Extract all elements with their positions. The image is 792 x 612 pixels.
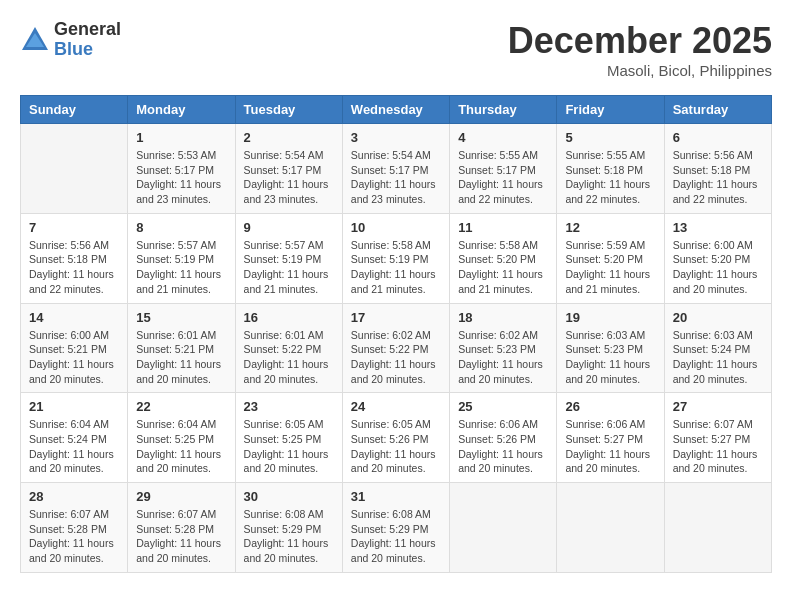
day-info: Sunrise: 6:03 AMSunset: 5:23 PMDaylight:… — [565, 328, 655, 387]
logo-icon — [20, 25, 50, 55]
day-info: Sunrise: 6:05 AMSunset: 5:26 PMDaylight:… — [351, 417, 441, 476]
calendar-cell: 23Sunrise: 6:05 AMSunset: 5:25 PMDayligh… — [235, 393, 342, 483]
calendar-cell: 29Sunrise: 6:07 AMSunset: 5:28 PMDayligh… — [128, 483, 235, 573]
calendar-cell: 22Sunrise: 6:04 AMSunset: 5:25 PMDayligh… — [128, 393, 235, 483]
day-header-thursday: Thursday — [450, 96, 557, 124]
day-info: Sunrise: 6:02 AMSunset: 5:22 PMDaylight:… — [351, 328, 441, 387]
calendar-cell: 9Sunrise: 5:57 AMSunset: 5:19 PMDaylight… — [235, 213, 342, 303]
calendar-cell: 15Sunrise: 6:01 AMSunset: 5:21 PMDayligh… — [128, 303, 235, 393]
calendar-cell — [450, 483, 557, 573]
day-info: Sunrise: 5:56 AMSunset: 5:18 PMDaylight:… — [673, 148, 763, 207]
day-number: 13 — [673, 220, 763, 235]
day-number: 25 — [458, 399, 548, 414]
calendar-cell: 27Sunrise: 6:07 AMSunset: 5:27 PMDayligh… — [664, 393, 771, 483]
calendar-week-3: 14Sunrise: 6:00 AMSunset: 5:21 PMDayligh… — [21, 303, 772, 393]
day-info: Sunrise: 5:57 AMSunset: 5:19 PMDaylight:… — [136, 238, 226, 297]
day-info: Sunrise: 6:06 AMSunset: 5:26 PMDaylight:… — [458, 417, 548, 476]
day-number: 8 — [136, 220, 226, 235]
calendar-table: SundayMondayTuesdayWednesdayThursdayFrid… — [20, 95, 772, 573]
day-number: 20 — [673, 310, 763, 325]
day-header-sunday: Sunday — [21, 96, 128, 124]
day-number: 18 — [458, 310, 548, 325]
day-info: Sunrise: 6:04 AMSunset: 5:25 PMDaylight:… — [136, 417, 226, 476]
calendar-cell: 17Sunrise: 6:02 AMSunset: 5:22 PMDayligh… — [342, 303, 449, 393]
calendar-cell: 14Sunrise: 6:00 AMSunset: 5:21 PMDayligh… — [21, 303, 128, 393]
calendar-cell: 24Sunrise: 6:05 AMSunset: 5:26 PMDayligh… — [342, 393, 449, 483]
calendar-cell: 11Sunrise: 5:58 AMSunset: 5:20 PMDayligh… — [450, 213, 557, 303]
calendar-cell: 31Sunrise: 6:08 AMSunset: 5:29 PMDayligh… — [342, 483, 449, 573]
day-number: 30 — [244, 489, 334, 504]
calendar-cell: 1Sunrise: 5:53 AMSunset: 5:17 PMDaylight… — [128, 124, 235, 214]
title-block: December 2025 Masoli, Bicol, Philippines — [508, 20, 772, 79]
day-number: 9 — [244, 220, 334, 235]
calendar-cell — [664, 483, 771, 573]
day-number: 3 — [351, 130, 441, 145]
day-number: 12 — [565, 220, 655, 235]
day-number: 31 — [351, 489, 441, 504]
day-info: Sunrise: 5:54 AMSunset: 5:17 PMDaylight:… — [351, 148, 441, 207]
day-number: 15 — [136, 310, 226, 325]
calendar-cell — [21, 124, 128, 214]
calendar-cell: 8Sunrise: 5:57 AMSunset: 5:19 PMDaylight… — [128, 213, 235, 303]
calendar-cell — [557, 483, 664, 573]
day-number: 28 — [29, 489, 119, 504]
calendar-cell: 3Sunrise: 5:54 AMSunset: 5:17 PMDaylight… — [342, 124, 449, 214]
day-info: Sunrise: 6:07 AMSunset: 5:27 PMDaylight:… — [673, 417, 763, 476]
calendar-cell: 13Sunrise: 6:00 AMSunset: 5:20 PMDayligh… — [664, 213, 771, 303]
calendar-cell: 21Sunrise: 6:04 AMSunset: 5:24 PMDayligh… — [21, 393, 128, 483]
day-number: 16 — [244, 310, 334, 325]
calendar-cell: 6Sunrise: 5:56 AMSunset: 5:18 PMDaylight… — [664, 124, 771, 214]
day-number: 29 — [136, 489, 226, 504]
day-info: Sunrise: 6:02 AMSunset: 5:23 PMDaylight:… — [458, 328, 548, 387]
calendar-week-4: 21Sunrise: 6:04 AMSunset: 5:24 PMDayligh… — [21, 393, 772, 483]
day-info: Sunrise: 5:58 AMSunset: 5:19 PMDaylight:… — [351, 238, 441, 297]
day-info: Sunrise: 6:08 AMSunset: 5:29 PMDaylight:… — [351, 507, 441, 566]
day-number: 19 — [565, 310, 655, 325]
day-number: 26 — [565, 399, 655, 414]
location-subtitle: Masoli, Bicol, Philippines — [508, 62, 772, 79]
day-header-saturday: Saturday — [664, 96, 771, 124]
day-info: Sunrise: 5:58 AMSunset: 5:20 PMDaylight:… — [458, 238, 548, 297]
day-number: 27 — [673, 399, 763, 414]
calendar-cell: 19Sunrise: 6:03 AMSunset: 5:23 PMDayligh… — [557, 303, 664, 393]
day-info: Sunrise: 5:59 AMSunset: 5:20 PMDaylight:… — [565, 238, 655, 297]
day-info: Sunrise: 6:01 AMSunset: 5:22 PMDaylight:… — [244, 328, 334, 387]
day-number: 24 — [351, 399, 441, 414]
logo-text: General Blue — [54, 20, 121, 60]
calendar-cell: 30Sunrise: 6:08 AMSunset: 5:29 PMDayligh… — [235, 483, 342, 573]
day-info: Sunrise: 6:03 AMSunset: 5:24 PMDaylight:… — [673, 328, 763, 387]
calendar-cell: 18Sunrise: 6:02 AMSunset: 5:23 PMDayligh… — [450, 303, 557, 393]
calendar-cell: 16Sunrise: 6:01 AMSunset: 5:22 PMDayligh… — [235, 303, 342, 393]
calendar-week-1: 1Sunrise: 5:53 AMSunset: 5:17 PMDaylight… — [21, 124, 772, 214]
calendar-cell: 20Sunrise: 6:03 AMSunset: 5:24 PMDayligh… — [664, 303, 771, 393]
calendar-cell: 10Sunrise: 5:58 AMSunset: 5:19 PMDayligh… — [342, 213, 449, 303]
day-number: 4 — [458, 130, 548, 145]
calendar-week-2: 7Sunrise: 5:56 AMSunset: 5:18 PMDaylight… — [21, 213, 772, 303]
day-info: Sunrise: 6:00 AMSunset: 5:21 PMDaylight:… — [29, 328, 119, 387]
day-number: 10 — [351, 220, 441, 235]
day-info: Sunrise: 6:07 AMSunset: 5:28 PMDaylight:… — [136, 507, 226, 566]
day-number: 11 — [458, 220, 548, 235]
day-info: Sunrise: 5:57 AMSunset: 5:19 PMDaylight:… — [244, 238, 334, 297]
day-header-wednesday: Wednesday — [342, 96, 449, 124]
day-number: 23 — [244, 399, 334, 414]
day-info: Sunrise: 6:06 AMSunset: 5:27 PMDaylight:… — [565, 417, 655, 476]
day-number: 1 — [136, 130, 226, 145]
day-number: 14 — [29, 310, 119, 325]
day-info: Sunrise: 6:07 AMSunset: 5:28 PMDaylight:… — [29, 507, 119, 566]
calendar-cell: 7Sunrise: 5:56 AMSunset: 5:18 PMDaylight… — [21, 213, 128, 303]
day-info: Sunrise: 5:55 AMSunset: 5:18 PMDaylight:… — [565, 148, 655, 207]
calendar-cell: 5Sunrise: 5:55 AMSunset: 5:18 PMDaylight… — [557, 124, 664, 214]
calendar-cell: 2Sunrise: 5:54 AMSunset: 5:17 PMDaylight… — [235, 124, 342, 214]
calendar-header-row: SundayMondayTuesdayWednesdayThursdayFrid… — [21, 96, 772, 124]
day-header-tuesday: Tuesday — [235, 96, 342, 124]
page-header: General Blue December 2025 Masoli, Bicol… — [20, 20, 772, 79]
day-number: 2 — [244, 130, 334, 145]
day-header-friday: Friday — [557, 96, 664, 124]
day-number: 7 — [29, 220, 119, 235]
calendar-week-5: 28Sunrise: 6:07 AMSunset: 5:28 PMDayligh… — [21, 483, 772, 573]
logo-blue-text: Blue — [54, 40, 121, 60]
day-info: Sunrise: 6:05 AMSunset: 5:25 PMDaylight:… — [244, 417, 334, 476]
day-info: Sunrise: 6:08 AMSunset: 5:29 PMDaylight:… — [244, 507, 334, 566]
calendar-cell: 12Sunrise: 5:59 AMSunset: 5:20 PMDayligh… — [557, 213, 664, 303]
